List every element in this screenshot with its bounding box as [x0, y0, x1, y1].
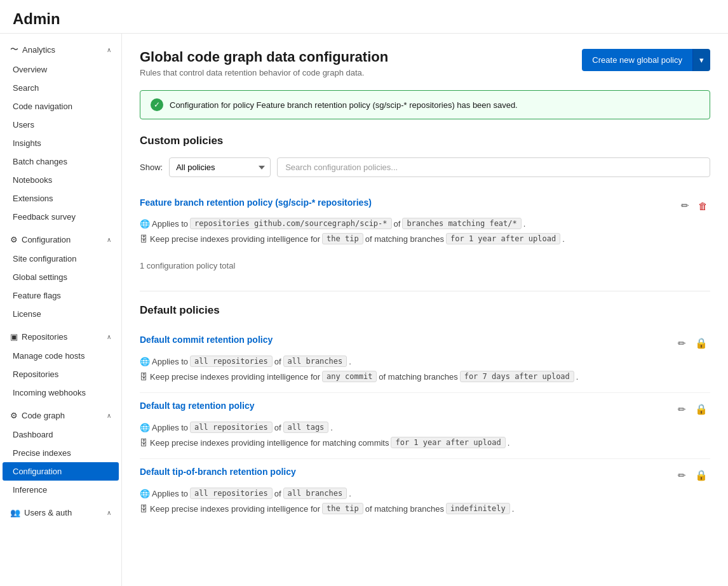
sidebar-item-feedback-survey[interactable]: Feedback survey [0, 208, 121, 226]
applies-tag-all-branches-3: all branches [283, 488, 347, 499]
lock-default-tag-button: 🔒 [692, 401, 710, 418]
pencil-icon-2: ✏ [678, 338, 686, 349]
database-icon-3: 🗄 [140, 438, 148, 448]
keep-tag-indefinitely: indefinitely [446, 503, 510, 514]
applies-tag-all-repos-2: all repositories [190, 422, 273, 433]
policy-detail-keep-tag: 🗄 Keep precise indexes providing intelli… [140, 437, 710, 448]
sidebar-section-repositories[interactable]: ▣ Repositories ∧ [0, 327, 121, 347]
users-icon: 👥 [10, 508, 20, 517]
keep-end: . [562, 234, 565, 244]
sidebar-item-feature-flags[interactable]: Feature flags [0, 286, 121, 305]
database-icon-1: 🗄 [140, 234, 148, 244]
policy-detail-applies-tip: 🌐 Applies to all repositories of all bra… [140, 488, 710, 499]
keep-label-2: of matching branches [365, 234, 444, 244]
sidebar-code-graph-label: Code graph [22, 411, 65, 420]
applies-tag-branches: branches matching feat/* [402, 218, 521, 229]
create-global-policy-button[interactable]: Create new global policy [582, 49, 692, 71]
app-title: Admin [0, 0, 728, 34]
policy-title-default-commit[interactable]: Default commit retention policy [140, 335, 273, 345]
keep-tag-any-commit: any commit [322, 371, 377, 382]
sidebar-section-configuration[interactable]: ⚙ Configuration ∧ [0, 230, 121, 250]
globe-icon-1: 🌐 [140, 219, 150, 229]
default-policies-title: Default policies [140, 304, 710, 317]
edit-default-tip-button[interactable]: ✏ [675, 467, 689, 484]
dropdown-chevron-icon: ▾ [699, 55, 704, 65]
page-title-block: Global code graph data configuration Rul… [140, 49, 388, 77]
sidebar-item-dashboard[interactable]: Dashboard [0, 425, 121, 444]
edit-default-tag-button[interactable]: ✏ [675, 401, 689, 418]
edit-default-commit-button[interactable]: ✏ [675, 335, 689, 352]
delete-feature-branch-button[interactable]: 🗑 [696, 198, 710, 214]
sidebar-item-manage-code-hosts[interactable]: Manage code hosts [0, 347, 121, 365]
sidebar-item-notebooks[interactable]: Notebooks [0, 171, 121, 189]
keep-tag-tip-3: the tip [322, 503, 363, 514]
sidebar-item-search[interactable]: Search [0, 79, 121, 97]
keep-tag-duration: for 1 year after upload [446, 233, 560, 244]
page-header: Global code graph data configuration Rul… [140, 49, 710, 77]
edit-feature-branch-button[interactable]: ✏ [678, 197, 692, 214]
sidebar-item-overview[interactable]: Overview [0, 60, 121, 79]
globe-icon-2: 🌐 [140, 357, 150, 366]
policy-detail-keep-tip: 🗄 Keep precise indexes providing intelli… [140, 503, 710, 514]
sidebar-item-users[interactable]: Users [0, 116, 121, 134]
sidebar-item-extensions[interactable]: Extensions [0, 189, 121, 208]
database-icon-2: 🗄 [140, 372, 148, 382]
pencil-icon: ✏ [681, 200, 689, 211]
applies-tag-all-repos-1: all repositories [190, 356, 273, 367]
analytics-chevron: ∧ [107, 46, 111, 53]
lock-icon-1: 🔒 [695, 338, 708, 349]
sidebar-item-precise-indexes[interactable]: Precise indexes [0, 444, 121, 462]
sidebar-item-incoming-webhooks[interactable]: Incoming webhooks [0, 383, 121, 402]
code-graph-chevron: ∧ [107, 412, 111, 419]
section-divider [140, 291, 710, 291]
policy-card-default-commit: Default commit retention policy ✏ 🔒 🌐 Ap… [140, 327, 710, 393]
policy-detail-keep-commit: 🗄 Keep precise indexes providing intelli… [140, 371, 710, 382]
sidebar-item-code-navigation[interactable]: Code navigation [0, 97, 121, 116]
sidebar-item-configuration-active[interactable]: Configuration [3, 462, 119, 481]
sidebar-section-users-auth[interactable]: 👥 Users & auth ∧ [0, 503, 121, 523]
sidebar-item-repositories[interactable]: Repositories [0, 365, 121, 383]
configuration-chevron: ∧ [107, 236, 111, 243]
policy-title-default-tip[interactable]: Default tip-of-branch retention policy [140, 467, 296, 477]
users-auth-chevron: ∧ [107, 509, 111, 516]
applies-tag-all-branches-1: all branches [283, 356, 347, 367]
keep-tag-1-year: for 1 year after upload [391, 437, 505, 448]
applies-label-of: of [394, 219, 401, 229]
policy-detail-applies-tag: 🌐 Applies to all repositories of all tag… [140, 422, 710, 433]
policy-card-default-tip: Default tip-of-branch retention policy ✏… [140, 459, 710, 524]
policy-detail-applies-feature-branch: 🌐 Applies to repositories github.com/sou… [140, 218, 710, 229]
show-select[interactable]: All policies [169, 157, 271, 177]
sidebar-item-site-configuration[interactable]: Site configuration [0, 250, 121, 268]
search-policies-input[interactable] [277, 157, 710, 177]
sidebar-item-insights[interactable]: Insights [0, 134, 121, 152]
custom-policies-title: Custom policies [140, 135, 710, 147]
sidebar-item-inference[interactable]: Inference [0, 481, 121, 499]
globe-icon-3: 🌐 [140, 423, 150, 432]
show-label: Show: [140, 163, 163, 172]
keep-tag-7-days: for 7 days after upload [460, 371, 574, 382]
pencil-icon-4: ✏ [678, 470, 686, 481]
lock-default-tip-button: 🔒 [692, 467, 710, 484]
sidebar-item-global-settings[interactable]: Global settings [0, 268, 121, 286]
sidebar-section-code-graph[interactable]: ⚙ Code graph ∧ [0, 406, 121, 425]
sidebar: 〜 Analytics ∧ Overview Search Code navig… [0, 34, 122, 586]
sidebar-item-license[interactable]: License [0, 305, 121, 323]
pencil-icon-3: ✏ [678, 404, 686, 415]
page-subtitle: Rules that control data retention behavi… [140, 68, 388, 77]
sidebar-section-analytics[interactable]: 〜 Analytics ∧ [0, 39, 121, 60]
trash-icon: 🗑 [698, 201, 708, 211]
repositories-chevron: ∧ [107, 333, 111, 340]
create-global-policy-dropdown[interactable]: ▾ [692, 49, 710, 71]
database-icon-4: 🗄 [140, 504, 148, 514]
sidebar-item-batch-changes[interactable]: Batch changes [0, 152, 121, 171]
success-message: Configuration for policy Feature branch … [170, 100, 518, 110]
sidebar-analytics-label: Analytics [22, 45, 55, 55]
policy-title-feature-branch[interactable]: Feature branch retention policy (sg/scip… [140, 197, 372, 208]
lock-icon-2: 🔒 [695, 404, 708, 415]
policy-title-default-tag[interactable]: Default tag retention policy [140, 401, 254, 411]
create-button-group: Create new global policy ▾ [582, 49, 710, 71]
chart-icon: 〜 [10, 44, 18, 55]
success-check-icon: ✓ [151, 98, 163, 111]
applies-tag-repo: repositories github.com/sourcegraph/scip… [190, 218, 391, 229]
applies-tag-all-repos-3: all repositories [190, 488, 273, 499]
